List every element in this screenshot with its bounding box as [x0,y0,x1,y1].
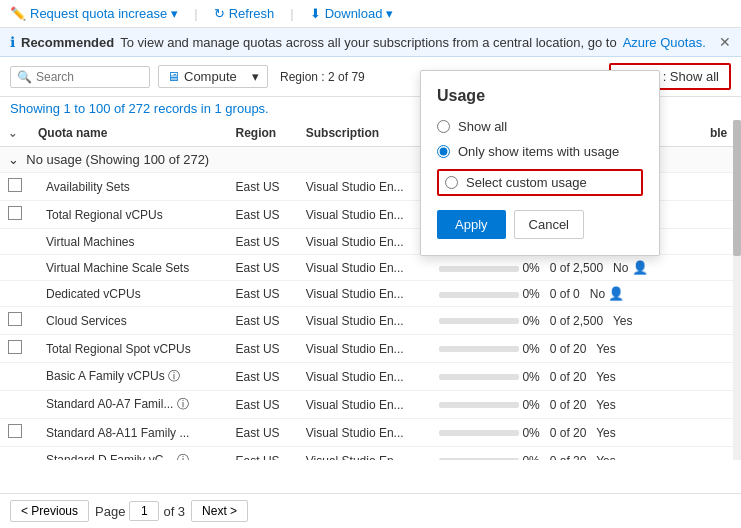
quota-name-cell: Virtual Machines [30,229,228,255]
edit-icon: ✏️ [10,6,26,21]
divider2: | [290,6,293,21]
quota-name-cell: Availability Sets [30,173,228,201]
subscription-cell: Visual Studio En... [298,173,431,201]
row-checkbox [0,229,30,255]
expand-icon[interactable]: ⌄ [8,152,19,167]
option-items-with-usage[interactable]: Only show items with usage [437,144,643,159]
subscription-cell: Visual Studio En... [298,281,431,307]
quota-name-cell: Basic A Family vCPUs ⓘ [30,363,228,391]
items-with-usage-label: Only show items with usage [458,144,619,159]
usage-bar-cell: 0% 0 of 0 No 👤 [431,281,702,307]
quota-name-cell: Virtual Machine Scale Sets [30,255,228,281]
region-cell: East US [228,363,298,391]
quota-name-cell: Cloud Services [30,307,228,335]
dropdown-actions: Apply Cancel [437,210,643,239]
subscription-cell: Visual Studio En... [298,307,431,335]
subscription-cell: Visual Studio En... [298,201,431,229]
usage-bar-cell: 0% 0 of 20 Yes [431,391,702,419]
option-show-all[interactable]: Show all [437,119,643,134]
col-subscription: Subscription [298,120,431,147]
radio-custom-usage[interactable] [445,176,458,189]
of-label: of 3 [163,504,185,519]
row-checkbox [0,307,30,335]
info-close-btn[interactable]: ✕ [719,34,731,50]
person-icon: 👤 [608,286,624,301]
usage-bar-cell: 0% 0 of 2,500 No 👤 [431,255,702,281]
compute-icon: 🖥 [167,69,180,84]
checkbox[interactable] [8,424,22,438]
subscription-cell: Visual Studio En... [298,391,431,419]
region-cell: East US [228,419,298,447]
subscription-cell: Visual Studio En... [298,229,431,255]
region-cell: East US [228,201,298,229]
search-input[interactable] [36,70,143,84]
region-cell: East US [228,255,298,281]
radio-show-all[interactable] [437,120,450,133]
show-all-label: Show all [458,119,507,134]
compute-label: Compute [184,69,237,84]
custom-usage-label: Select custom usage [466,175,587,190]
table-row: Standard A8-A11 Family ... East US Visua… [0,419,741,447]
next-btn[interactable]: Next > [191,500,248,522]
scrollbar[interactable] [733,120,741,460]
refresh-icon: ↻ [214,6,225,21]
col-region: Region [228,120,298,147]
request-quota-btn[interactable]: ✏️ Request quota increase ▾ [10,6,178,21]
records-count: Showing 1 to 100 of 272 records in 1 gro… [10,101,269,116]
row-checkbox [0,335,30,363]
usage-bar-cell: 0% 0 of 2,500 Yes [431,307,702,335]
region-cell: East US [228,391,298,419]
divider1: | [194,6,197,21]
subscription-cell: Visual Studio En... [298,363,431,391]
row-checkbox [0,281,30,307]
page-number-input[interactable] [129,501,159,521]
download-btn[interactable]: ⬇ Download ▾ [310,6,394,21]
table-row: Standard D Family vC... ⓘ East US Visual… [0,447,741,461]
info-message: To view and manage quotas across all you… [120,35,616,50]
table-row: Dedicated vCPUs East US Visual Studio En… [0,281,741,307]
scrollbar-thumb[interactable] [733,120,741,256]
table-row: Basic A Family vCPUs ⓘ East US Visual St… [0,363,741,391]
table-row: Standard A0-A7 Famil... ⓘ East US Visual… [0,391,741,419]
checkbox[interactable] [8,312,22,326]
table-row: Virtual Machine Scale Sets East US Visua… [0,255,741,281]
usage-bar-cell: 0% 0 of 20 Yes [431,363,702,391]
row-checkbox [0,391,30,419]
usage-bar-cell: 0% 0 of 20 Yes [431,419,702,447]
pagination: < Previous Page of 3 Next > [0,493,741,528]
quota-name-cell: Total Regional Spot vCPUs [30,335,228,363]
radio-items-with-usage[interactable] [437,145,450,158]
region-label: Region : 2 of 79 [280,70,365,84]
previous-btn[interactable]: < Previous [10,500,89,522]
compute-dropdown[interactable]: 🖥 Compute ▾ [158,65,268,88]
page-input-wrap: Page of 3 [95,501,185,521]
usage-bar-cell: 0% 0 of 20 Yes [431,447,702,461]
row-checkbox [0,255,30,281]
refresh-btn[interactable]: ↻ Refresh [214,6,275,21]
quota-name-cell: Dedicated vCPUs [30,281,228,307]
info-bar: ℹ Recommended To view and manage quotas … [0,28,741,57]
quota-name-cell: Total Regional vCPUs [30,201,228,229]
option-custom-usage[interactable]: Select custom usage [437,169,643,196]
chevron-down-icon3: ▾ [252,69,259,84]
toolbar: ✏️ Request quota increase ▾ | ↻ Refresh … [0,0,741,28]
checkbox[interactable] [8,178,22,192]
table-row: Cloud Services East US Visual Studio En.… [0,307,741,335]
apply-btn[interactable]: Apply [437,210,506,239]
quota-name-cell: Standard A8-A11 Family ... [30,419,228,447]
region-cell: East US [228,281,298,307]
search-box[interactable]: 🔍 [10,66,150,88]
checkbox[interactable] [8,206,22,220]
checkbox[interactable] [8,340,22,354]
search-icon: 🔍 [17,70,32,84]
subscription-cell: Visual Studio En... [298,335,431,363]
row-checkbox [0,419,30,447]
azure-quotas-link[interactable]: Azure Quotas. [623,35,706,50]
row-checkbox [0,173,30,201]
subscription-cell: Visual Studio En... [298,255,431,281]
quota-name-cell: Standard A0-A7 Famil... ⓘ [30,391,228,419]
usage-bar-cell: 0% 0 of 20 Yes [431,335,702,363]
dropdown-title: Usage [437,87,643,105]
region-cell: East US [228,335,298,363]
cancel-btn[interactable]: Cancel [514,210,584,239]
